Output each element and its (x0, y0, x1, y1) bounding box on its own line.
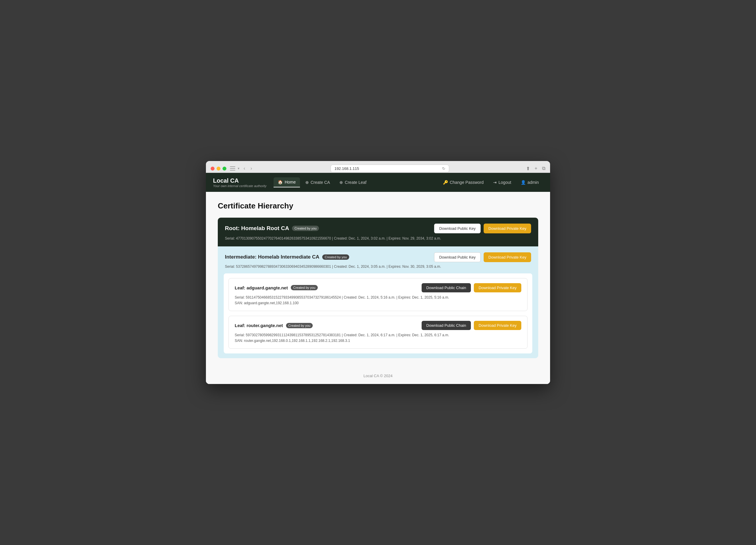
intermediate-ca-actions: Download Public Key Download Private Key (434, 252, 531, 262)
tabs-button[interactable]: ⧉ (542, 166, 545, 171)
main-content: Certificate Hierarchy Root: Homelab Root… (206, 192, 550, 368)
root-ca-badge: Created by you (292, 226, 319, 231)
back-button[interactable]: ‹ (242, 165, 247, 172)
forward-button[interactable]: › (249, 165, 254, 172)
root-ca-actions: Download Public Key Download Private Key (434, 224, 531, 234)
nav-change-password-label: Change Password (450, 180, 484, 185)
address-bar[interactable]: 192.168.1.115 ↻ (331, 165, 449, 173)
intermediate-ca-title-text: Intermediate: Homelab Intermediate CA (225, 254, 319, 260)
browser-actions: ⬆ + ⧉ (526, 166, 545, 171)
root-ca-title: Root: Homelab Root CA Created by you (225, 225, 319, 232)
leaf-card-adguard-header: Leaf: adguard.gangte.net Created by you … (235, 283, 521, 292)
navbar-nav: 🏠 Home ⊕ Create CA ⊕ Create Leaf (274, 177, 439, 188)
nav-item-home[interactable]: 🏠 Home (274, 177, 300, 188)
nav-item-admin[interactable]: 👤 admin (517, 178, 543, 187)
navbar-brand: Local CA Your own internal certificate a… (213, 177, 266, 188)
leaf-card-adguard-title: Leaf: adguard.gangte.net Created by you (235, 285, 318, 290)
leaf-card-router-title: Leaf: router.gangte.net Created by you (235, 323, 313, 328)
intermediate-wrapper: Intermediate: Homelab Intermediate CA Cr… (218, 247, 538, 358)
brand-title: Local CA (213, 177, 266, 184)
root-ca-header: Root: Homelab Root CA Created by you Dow… (225, 224, 531, 234)
leaf-adguard-serial: Serial: 59114750466853152279334990855370… (235, 295, 521, 300)
footer-text: Local CA © 2024 (363, 374, 393, 378)
root-ca-card: Root: Homelab Root CA Created by you Dow… (218, 218, 538, 247)
sidebar-toggle[interactable] (230, 166, 235, 171)
app-footer: Local CA © 2024 (206, 368, 550, 384)
nav-right: 🔑 Change Password ⇥ Logout 👤 admin (439, 178, 543, 187)
root-ca-title-text: Root: Homelab Root CA (225, 225, 289, 232)
leaf-card-adguard: Leaf: adguard.gangte.net Created by you … (228, 278, 528, 311)
leaf-adguard-download-chain[interactable]: Download Public Chain (422, 283, 471, 292)
intermediate-ca-badge: Created by you (322, 255, 349, 260)
nav-create-leaf-label: Create Leaf (345, 180, 366, 185)
new-tab-button[interactable]: + (535, 166, 537, 171)
reload-icon[interactable]: ↻ (442, 166, 445, 171)
page-title: Certificate Hierarchy (218, 201, 538, 211)
leaf-router-serial: Serial: 59730278059982993111243981153789… (235, 332, 521, 338)
leaf-adguard-download-private-key[interactable]: Download Private Key (474, 283, 521, 292)
url-text: 192.168.1.115 (334, 166, 359, 171)
certificate-hierarchy: Root: Homelab Root CA Created by you Dow… (218, 218, 538, 358)
nav-item-create-leaf[interactable]: ⊕ Create Leaf (335, 178, 371, 187)
leaf-router-badge: Created by you (286, 323, 313, 328)
intermediate-ca-header: Intermediate: Homelab Intermediate CA Cr… (225, 252, 531, 262)
create-ca-icon: ⊕ (305, 180, 309, 185)
address-bar-container: 192.168.1.115 ↻ (258, 165, 522, 173)
nav-item-change-password[interactable]: 🔑 Change Password (439, 178, 488, 187)
intermediate-ca-card: Intermediate: Homelab Intermediate CA Cr… (224, 251, 532, 270)
share-button[interactable]: ⬆ (526, 166, 530, 171)
leaf-adguard-san: SAN: adguard.gangte.net,192.168.1.100 (235, 300, 521, 306)
leaf-cards-container: Leaf: adguard.gangte.net Created by you … (224, 273, 532, 354)
leaf-router-download-private-key[interactable]: Download Private Key (474, 321, 521, 330)
home-icon: 🏠 (278, 180, 283, 185)
leaf-card-router: Leaf: router.gangte.net Created by you D… (228, 316, 528, 349)
nav-item-logout[interactable]: ⇥ Logout (489, 178, 515, 187)
root-ca-download-public-key[interactable]: Download Public Key (434, 224, 481, 234)
leaf-adguard-actions: Download Public Chain Download Private K… (422, 283, 521, 292)
minimize-button[interactable] (217, 167, 220, 171)
leaf-adguard-info: Serial: 59114750466853152279334990855370… (235, 295, 521, 306)
intermediate-ca-download-private-key[interactable]: Download Private Key (484, 252, 531, 262)
nav-home-label: Home (285, 180, 296, 185)
leaf-router-download-chain[interactable]: Download Public Chain (422, 321, 471, 330)
brand-subtitle: Your own internal certificate authority (213, 184, 266, 188)
intermediate-ca-download-public-key[interactable]: Download Public Key (434, 252, 481, 262)
user-icon: 👤 (521, 180, 526, 185)
maximize-button[interactable] (223, 167, 226, 171)
create-leaf-icon: ⊕ (339, 180, 343, 185)
leaf-router-san: SAN: router.gangte.net,192.168.0.1,192.1… (235, 338, 521, 344)
leaf-router-info: Serial: 59730278059982993111243981153789… (235, 332, 521, 344)
browser-chrome: ▾ ‹ › 192.168.1.115 ↻ ⬆ + ⧉ (206, 161, 550, 173)
intermediate-ca-serial: Serial: 53728657497998278893473063306940… (225, 265, 531, 269)
leaf-adguard-badge: Created by you (291, 285, 318, 290)
nav-admin-label: admin (528, 180, 539, 185)
navbar: Local CA Your own internal certificate a… (206, 173, 550, 192)
app-content: Local CA Your own internal certificate a… (206, 173, 550, 384)
close-button[interactable] (211, 167, 215, 171)
traffic-lights (211, 167, 226, 171)
nav-logout-label: Logout (498, 180, 511, 185)
leaf-adguard-title-text: Leaf: adguard.gangte.net (235, 285, 288, 290)
nav-create-ca-label: Create CA (311, 180, 330, 185)
leaf-router-title-text: Leaf: router.gangte.net (235, 323, 283, 328)
intermediate-ca-title: Intermediate: Homelab Intermediate CA Cr… (225, 254, 349, 260)
leaf-router-actions: Download Public Chain Download Private K… (422, 321, 521, 330)
nav-item-create-ca[interactable]: ⊕ Create CA (301, 178, 334, 187)
logout-icon: ⇥ (493, 180, 497, 185)
browser-top-row: ▾ ‹ › 192.168.1.115 ↻ ⬆ + ⧉ (211, 165, 545, 173)
browser-window: ▾ ‹ › 192.168.1.115 ↻ ⬆ + ⧉ Local (206, 161, 550, 384)
root-ca-download-private-key[interactable]: Download Private Key (484, 224, 531, 234)
leaf-card-router-header: Leaf: router.gangte.net Created by you D… (235, 321, 521, 330)
root-ca-serial: Serial: 47701309075502477027640149826338… (225, 236, 531, 241)
key-icon: 🔑 (443, 180, 448, 185)
